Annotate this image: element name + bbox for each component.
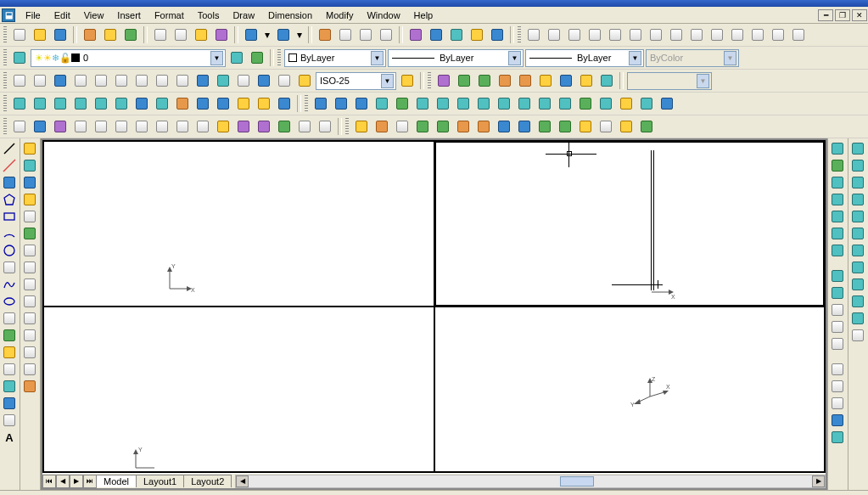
- hatch-button[interactable]: [1, 378, 18, 395]
- render-landscape-edit-button[interactable]: [556, 117, 574, 136]
- section-button[interactable]: [193, 94, 212, 113]
- scroll-right-button[interactable]: ▶: [812, 475, 825, 487]
- union-button[interactable]: [311, 94, 330, 113]
- extrude-face-button[interactable]: [372, 94, 391, 113]
- viewports-poly-button[interactable]: [829, 395, 846, 412]
- ucs-button-9[interactable]: [687, 25, 706, 44]
- menu-format[interactable]: Format: [148, 8, 191, 22]
- render-light-button[interactable]: [413, 117, 432, 136]
- surf-sphere-button[interactable]: [132, 117, 151, 136]
- sphere-button[interactable]: [31, 94, 49, 113]
- dim-center-button[interactable]: [234, 71, 253, 90]
- tab-model[interactable]: Model: [96, 475, 137, 487]
- redo-button[interactable]: [274, 25, 293, 44]
- camera-icon[interactable]: [849, 327, 866, 344]
- dim-tolerance-button[interactable]: [214, 71, 232, 90]
- offset-button[interactable]: [21, 191, 38, 208]
- render-teapot-button[interactable]: [637, 117, 656, 136]
- xline-button[interactable]: [1, 157, 18, 174]
- 3dcontinuous-button[interactable]: [829, 191, 846, 208]
- revolve-button[interactable]: [153, 94, 171, 113]
- array-button[interactable]: [21, 208, 38, 225]
- menu-edit[interactable]: Edit: [48, 8, 77, 22]
- ucs-button-11[interactable]: [728, 25, 747, 44]
- tab-next-button[interactable]: ▶: [70, 475, 83, 488]
- menu-file[interactable]: File: [19, 8, 48, 22]
- 3dorbit-button[interactable]: [829, 140, 846, 157]
- clean-button[interactable]: [596, 94, 615, 113]
- render-button-9[interactable]: [597, 71, 616, 90]
- 3dfly-button[interactable]: [829, 267, 846, 284]
- render-button-8[interactable]: [577, 71, 596, 90]
- paste-button[interactable]: [192, 25, 210, 44]
- layer-previous-button[interactable]: [227, 48, 246, 67]
- dim-update-button[interactable]: [295, 71, 314, 90]
- cylinder-button[interactable]: [51, 94, 70, 113]
- color-face-button[interactable]: [515, 94, 534, 113]
- design-center-button[interactable]: [427, 25, 445, 44]
- cone-button[interactable]: [71, 94, 90, 113]
- menu-modify[interactable]: Modify: [319, 8, 360, 22]
- surf-revolved-button[interactable]: [255, 117, 273, 136]
- dim-textedit-button[interactable]: [275, 71, 294, 90]
- surf-2d-button[interactable]: [10, 117, 29, 136]
- surf-dome-button[interactable]: [153, 117, 171, 136]
- ucs-button-14[interactable]: [789, 25, 808, 44]
- plot-button[interactable]: [81, 25, 99, 44]
- view-ne-iso-button[interactable]: [849, 293, 866, 310]
- subtract-button[interactable]: [332, 94, 350, 113]
- surf-torus-button[interactable]: [193, 117, 212, 136]
- render-button-1[interactable]: [434, 71, 453, 90]
- setup-drawing-button[interactable]: [234, 94, 253, 113]
- rectangle-button[interactable]: [1, 208, 18, 225]
- torus-button[interactable]: [112, 94, 131, 113]
- 3dzoom-button[interactable]: [829, 208, 846, 225]
- layer-properties-button[interactable]: [10, 48, 29, 67]
- taper-face-button[interactable]: [474, 94, 493, 113]
- extend-button[interactable]: [21, 310, 38, 327]
- dim-angular-button[interactable]: [112, 71, 131, 90]
- dim-continue-button[interactable]: [173, 71, 192, 90]
- viewports-single-button[interactable]: [829, 378, 846, 395]
- chamfer-button[interactable]: [21, 344, 38, 361]
- 3dback-button[interactable]: [829, 318, 846, 335]
- render-button-7[interactable]: [557, 71, 575, 90]
- view-right-button[interactable]: [849, 208, 866, 225]
- render-render-button[interactable]: [617, 117, 636, 136]
- viewport-top-right[interactable]: X: [435, 142, 825, 306]
- properties-button[interactable]: [406, 25, 425, 44]
- render-fog-button[interactable]: [495, 117, 513, 136]
- zoom-window-button[interactable]: [356, 25, 375, 44]
- lineweight-dropdown[interactable]: ByLayer ▼: [525, 49, 644, 67]
- dim-edit-button[interactable]: [255, 71, 273, 90]
- menu-help[interactable]: Help: [407, 8, 440, 22]
- dim-baseline-button[interactable]: [153, 71, 171, 90]
- mtext-button[interactable]: A: [1, 429, 18, 446]
- color-dropdown[interactable]: ByLayer ▼: [284, 49, 386, 67]
- ucs-button-12[interactable]: [748, 25, 767, 44]
- 3dclip-button[interactable]: [829, 242, 846, 259]
- 3dpan-button[interactable]: [829, 225, 846, 242]
- color-edge-button[interactable]: [556, 94, 574, 113]
- mirror-button[interactable]: [21, 174, 38, 191]
- scroll-left-button[interactable]: ◀: [236, 475, 249, 487]
- copy-button[interactable]: [171, 25, 190, 44]
- explode-button[interactable]: [21, 378, 38, 395]
- extrude-button[interactable]: [132, 94, 151, 113]
- render-stats-button[interactable]: [596, 117, 615, 136]
- render-bg-button[interactable]: [474, 117, 493, 136]
- dim-aligned-button[interactable]: [31, 71, 49, 90]
- surf-pyramid-button[interactable]: [92, 117, 110, 136]
- dim-radius-button[interactable]: [71, 71, 90, 90]
- ucs-button-7[interactable]: [647, 25, 665, 44]
- spline-button[interactable]: [1, 276, 18, 293]
- menu-view[interactable]: View: [77, 8, 111, 22]
- undo-dropdown[interactable]: ▾: [262, 25, 272, 44]
- box-button[interactable]: [10, 94, 29, 113]
- break-button[interactable]: [21, 327, 38, 344]
- trim-button[interactable]: [21, 293, 38, 310]
- viewports-clip-button[interactable]: [829, 429, 846, 446]
- view-back-button[interactable]: [849, 242, 866, 259]
- intersect-button[interactable]: [352, 94, 371, 113]
- redo-dropdown[interactable]: ▾: [294, 25, 305, 44]
